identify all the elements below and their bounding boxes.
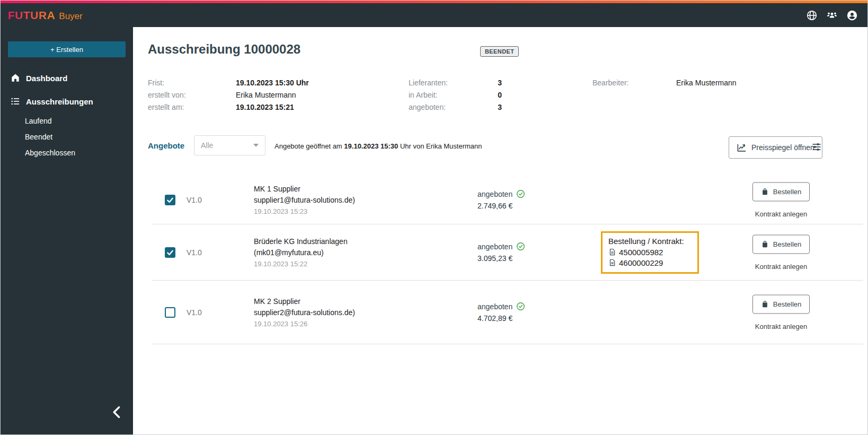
info-label: angeboten:	[409, 103, 446, 111]
chevron-down-icon	[253, 144, 259, 147]
home-icon	[10, 73, 21, 83]
app-logo: FUTURA Buyer	[8, 9, 83, 22]
info-label: Frist:	[148, 79, 236, 87]
order-button-label: Bestellen	[773, 300, 801, 308]
opened-date: 19.10.2023 15:30	[344, 142, 398, 150]
info-label: Bearbeiter:	[592, 79, 676, 87]
offer-price: 3.095,23 €	[477, 253, 525, 264]
contract-document-link[interactable]: 4600000229	[608, 258, 692, 267]
check-circle-icon	[516, 302, 525, 311]
price-mirror-button[interactable]: Preisspiegel öffnen	[729, 136, 822, 159]
offer-date: 19.10.2023 15:23	[254, 205, 355, 216]
info-value: 0	[498, 91, 502, 99]
sidebar-item-dashboard[interactable]: Dashboard	[1, 66, 133, 90]
document-icon	[608, 258, 616, 267]
supplier-info: MK 2 Supplier supplier2@futura-solutions…	[254, 295, 355, 329]
offers-section-label: Angebote	[148, 141, 184, 150]
offer-version: V1.0	[187, 196, 202, 204]
sidebar: + Erstellen Dashboard Ausschreibungen La…	[1, 27, 133, 435]
page-title: Ausschreibung 10000028	[148, 42, 300, 57]
info-value: 3	[498, 103, 502, 111]
sidebar-item-label: Ausschreibungen	[26, 97, 93, 106]
info-label: Lieferanten:	[409, 79, 448, 87]
shopping-bag-icon	[761, 240, 769, 249]
contract-number: 4600000229	[619, 258, 663, 267]
supplier-email: supplier2@futura-solutions.de)	[254, 307, 355, 318]
offer-version: V1.0	[187, 308, 202, 317]
supplier-name: MK 1 Supplier	[254, 183, 355, 194]
offer-row: V1.0 Brüderle KG Industrianlagen (mk01@m…	[152, 224, 863, 281]
info-column-editor: Bearbeiter:Erika Mustermann	[592, 76, 737, 89]
offer-row: V1.0 MK 2 Supplier supplier2@futura-solu…	[152, 281, 863, 344]
order-button[interactable]: Bestellen	[752, 182, 810, 201]
order-contract-box: Bestellung / Kontrakt: 4500005982 460000…	[601, 231, 699, 274]
order-button-label: Bestellen	[773, 240, 801, 248]
collapse-sidebar-icon[interactable]	[110, 405, 125, 420]
status-text: angeboten	[477, 241, 512, 252]
supplier-info: Brüderle KG Industrianlagen (mk01@myfutu…	[254, 236, 348, 269]
main-content: Ausschreibung 10000028 BEENDET Frist:19.…	[133, 27, 868, 435]
info-value: 3	[498, 79, 502, 87]
order-document-link[interactable]: 4500005982	[608, 248, 692, 257]
offer-date: 19.10.2023 15:26	[254, 318, 355, 329]
check-icon	[166, 196, 174, 204]
offer-checkbox[interactable]	[165, 307, 175, 318]
app-window: FUTURA Buyer + Erstellen Dashboa	[0, 0, 868, 435]
supplier-email: supplier1@futura-solutions.de)	[254, 194, 355, 205]
offers-opened-text: Angebote geöffnet am 19.10.2023 15:30 Uh…	[274, 142, 482, 150]
filter-tune-icon[interactable]	[811, 142, 822, 152]
status-text: angeboten	[477, 189, 512, 199]
sidebar-item-label: Dashboard	[26, 74, 67, 83]
info-value: Erika Mustermann	[676, 79, 737, 87]
supplier-name: MK 2 Supplier	[254, 295, 355, 307]
sidebar-item-abgeschlossen[interactable]: Abgeschlossen	[1, 145, 133, 161]
opened-mid: Uhr von	[400, 142, 424, 150]
offer-rows: V1.0 MK 1 Supplier supplier1@futura-solu…	[152, 176, 863, 344]
info-column-counts: Lieferanten:3 in Arbeit:0 angeboten:3	[409, 76, 502, 113]
offer-status: angeboten 2.749,66 €	[477, 189, 525, 211]
users-icon[interactable]	[826, 10, 838, 21]
info-column-dates: Frist:19.10.2023 15:30 Uhr erstellt von:…	[148, 76, 309, 113]
offer-status: angeboten 4.702,89 €	[477, 301, 525, 324]
check-circle-icon	[516, 189, 525, 198]
info-label: erstellt am:	[148, 103, 236, 111]
offer-checkbox[interactable]	[165, 195, 175, 205]
offers-filter-select[interactable]: Alle	[194, 135, 265, 155]
info-value: Erika Mustermann	[236, 91, 296, 99]
info-value: 19.10.2023 15:30 Uhr	[236, 79, 309, 87]
create-contract-link[interactable]: Kontrakt anlegen	[752, 262, 810, 270]
create-button[interactable]: + Erstellen	[8, 41, 126, 57]
line-chart-icon	[737, 143, 747, 153]
price-mirror-label: Preisspiegel öffnen	[751, 143, 814, 152]
offer-checkbox[interactable]	[165, 247, 175, 258]
offers-filter-value: Alle	[201, 141, 253, 150]
info-label: erstellt von:	[148, 91, 236, 99]
offer-status: angeboten 3.095,23 €	[477, 241, 525, 264]
order-button[interactable]: Bestellen	[752, 294, 810, 314]
order-contract-title: Bestellung / Kontrakt:	[608, 237, 692, 246]
sidebar-item-beendet[interactable]: Beendet	[1, 129, 133, 145]
offer-date: 19.10.2023 15:22	[254, 258, 348, 269]
order-button-label: Bestellen	[773, 188, 801, 196]
shopping-bag-icon	[761, 300, 769, 309]
status-text: angeboten	[477, 301, 512, 312]
order-number: 4500005982	[619, 248, 663, 257]
list-icon	[10, 96, 21, 107]
globe-icon[interactable]	[806, 10, 818, 21]
offer-price: 2.749,66 €	[477, 201, 525, 211]
sidebar-item-ausschreibungen[interactable]: Ausschreibungen	[1, 90, 133, 113]
offer-actions: Bestellen Kontrakt anlegen	[752, 182, 810, 218]
shopping-bag-icon	[761, 187, 769, 196]
create-contract-link[interactable]: Kontrakt anlegen	[752, 210, 810, 218]
logo-suffix: Buyer	[59, 11, 82, 22]
sidebar-item-laufend[interactable]: Laufend	[1, 113, 133, 129]
order-button[interactable]: Bestellen	[752, 234, 810, 254]
create-contract-link[interactable]: Kontrakt anlegen	[752, 322, 810, 330]
offer-actions: Bestellen Kontrakt anlegen	[752, 294, 810, 330]
offers-toolbar: Angebote Alle Angebote geöffnet am 19.10…	[133, 135, 868, 159]
logo-text: FUTURA	[8, 9, 55, 22]
account-icon[interactable]	[846, 10, 858, 21]
offer-price: 4.702,89 €	[477, 313, 525, 324]
topbar: FUTURA Buyer	[1, 3, 867, 27]
check-icon	[166, 248, 174, 257]
